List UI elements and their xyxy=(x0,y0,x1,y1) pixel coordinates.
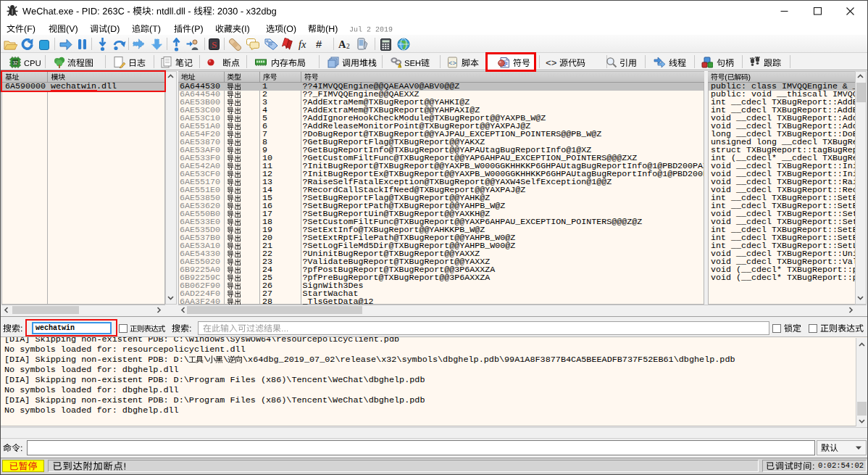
svg-text:fx: fx xyxy=(299,38,306,50)
svg-text:#: # xyxy=(316,38,322,50)
svg-text:32: 32 xyxy=(12,60,18,65)
svg-text:2: 2 xyxy=(346,43,350,50)
svg-text:<>: <> xyxy=(546,58,557,68)
svg-text:<>: <> xyxy=(448,60,456,67)
svg-text:A: A xyxy=(338,38,346,50)
svg-text:S: S xyxy=(212,39,217,50)
